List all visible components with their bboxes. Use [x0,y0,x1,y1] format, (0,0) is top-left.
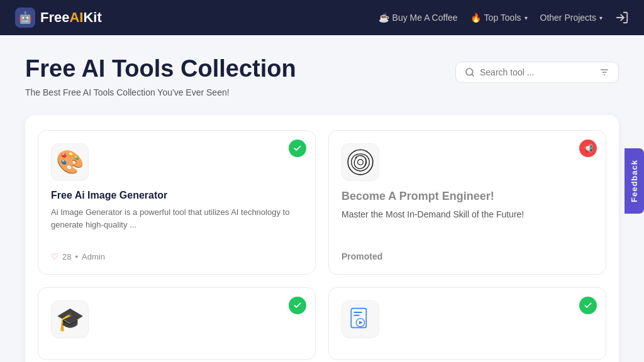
nav-buy-coffee-label: Buy Me A Coffee [392,13,458,23]
svg-marker-12 [359,321,363,324]
card-icon-partial-1: 🎓 [51,300,89,338]
brand-ai: AI [69,9,83,25]
nav-other-projects-label: Other Projects [540,13,596,23]
filter-button[interactable] [599,67,609,77]
openai-logo [347,148,374,176]
search-icon [465,67,475,77]
card-likes-1: 28 [62,252,71,261]
card-title-1: Free Ai Image Generator [51,190,303,201]
coffee-icon: ☕ [379,13,389,23]
svg-point-7 [358,160,364,165]
document-play-icon [348,307,373,332]
card-footer-1: ♡ 28 • Admin [51,252,105,261]
promoted-label: Promoted [341,251,382,261]
hero-section: Free AI Tools Collection The Best Free A… [25,55,296,115]
brand-free: Free [40,9,69,25]
dot-separator: • [75,252,78,261]
chevron-down-icon-other: ▾ [599,14,602,21]
card-author-1: Admin [82,252,105,261]
card-icon-openai [341,143,379,181]
search-bar [455,62,619,83]
nav-top-tools-label: Top Tools [484,13,521,23]
navbar: 🤖 FreeAIKit ☕ Buy Me A Coffee 🔥 Top Tool… [0,0,644,35]
svg-rect-10 [353,315,359,316]
card-badge-partial-1 [289,297,306,314]
search-input[interactable] [480,67,592,77]
svg-line-2 [472,74,474,76]
card-partial-1[interactable]: 🎓 [38,287,316,360]
cards-section: 🎨 Free Ai Image Generator Ai Image Gener… [25,115,619,362]
nav-links: ☕ Buy Me A Coffee 🔥 Top Tools ▾ Other Pr… [379,11,629,25]
brand-kit: Kit [83,9,101,25]
svg-rect-9 [353,312,362,313]
chevron-down-icon: ▾ [525,14,528,21]
paint-icon: 🎨 [56,149,84,175]
page-subtitle: The Best Free AI Tools Collection You've… [25,87,296,97]
main-content: Free AI Tools Collection The Best Free A… [0,35,644,362]
card-title-2: Become A Prompt Engineer! [341,190,593,203]
card-badge-partial-2 [579,297,597,314]
card-icon-image-generator: 🎨 [51,143,89,181]
card-become-prompt-engineer[interactable]: 📢 Become A Prompt Engineer! Master the M… [328,130,606,275]
card-badge-promoted: 📢 [579,140,597,157]
login-icon [615,11,629,25]
card-desc-1: Ai Image Generator is a powerful tool th… [51,206,303,231]
card-partial-2[interactable] [328,287,606,360]
fire-icon: 🔥 [470,13,481,23]
nav-top-tools[interactable]: 🔥 Top Tools ▾ [470,13,528,23]
student-icon: 🎓 [56,306,84,332]
card-badge-verified [289,140,306,157]
brand-logo[interactable]: 🤖 FreeAIKit [15,8,102,28]
heart-icon: ♡ [51,252,58,261]
login-button[interactable] [615,11,629,25]
robot-icon: 🤖 [15,8,35,28]
card-desc-2: Master the Most In-Demand Skill of the F… [341,208,593,221]
cards-grid: 🎨 Free Ai Image Generator Ai Image Gener… [38,130,606,360]
page-title: Free AI Tools Collection [25,55,296,82]
nav-other-projects[interactable]: Other Projects ▾ [540,13,602,23]
feedback-tab[interactable]: Feedback [625,148,644,214]
nav-buy-coffee[interactable]: ☕ Buy Me A Coffee [379,13,458,23]
megaphone-icon: 📢 [583,144,593,153]
card-icon-partial-2 [341,300,379,338]
card-free-ai-image-generator[interactable]: 🎨 Free Ai Image Generator Ai Image Gener… [38,130,316,275]
